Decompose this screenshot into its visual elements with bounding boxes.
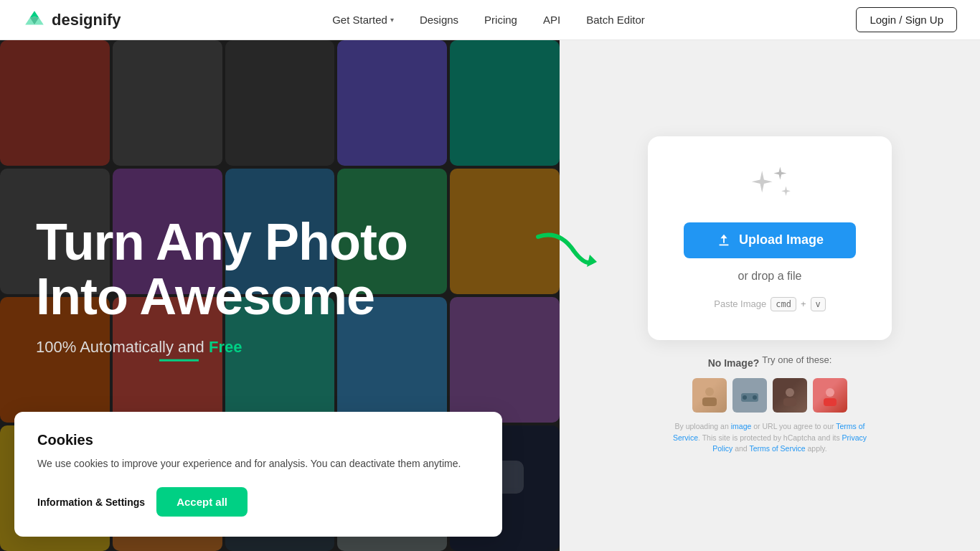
paste-row: Paste Image cmd + v	[714, 297, 826, 311]
cmd-key: cmd	[771, 297, 796, 311]
cookie-banner: Cookies We use cookies to improve your e…	[14, 412, 502, 537]
hero-content: Turn Any Photo Into Awesome 100% Automat…	[36, 215, 407, 362]
legal-text: By uploading an image or URL you agree t…	[662, 421, 877, 455]
hero-subtitle: 100% Automatically and Free	[36, 338, 407, 362]
svg-rect-6	[702, 397, 717, 406]
svg-rect-11	[783, 398, 796, 406]
upload-button[interactable]: Upload Image	[684, 222, 856, 258]
nav-pricing[interactable]: Pricing	[484, 14, 517, 26]
logo-text: designify	[52, 11, 121, 29]
no-image-section: No Image? Try one of these:	[692, 354, 847, 413]
nav-designs[interactable]: Designs	[420, 14, 458, 26]
cookie-settings-button[interactable]: Information & Settings	[37, 496, 145, 508]
no-image-sub: Try one of these:	[762, 354, 831, 365]
sample-thumb-3[interactable]	[773, 378, 807, 413]
no-image-label: No Image?	[708, 357, 760, 369]
cookie-accept-button[interactable]: Accept all	[156, 487, 248, 517]
legal-image-link[interactable]: image	[731, 422, 752, 430]
logo[interactable]: designify	[23, 9, 121, 32]
svg-point-10	[786, 388, 794, 397]
legal-tos2-link[interactable]: Terms of Service	[749, 444, 805, 453]
chevron-down-icon: ▾	[390, 16, 394, 24]
login-button[interactable]: Login / Sign Up	[856, 7, 957, 32]
sparkle-icon	[744, 165, 796, 208]
hero-title: Turn Any Photo Into Awesome	[36, 215, 407, 324]
nav-api[interactable]: API	[543, 14, 560, 26]
cookie-description: We use cookies to improve your experienc…	[37, 456, 479, 471]
svg-point-8	[743, 395, 747, 400]
drop-text: or drop a file	[738, 270, 802, 283]
navbar: designify Get Started ▾ Designs Pricing …	[0, 0, 980, 40]
cookie-title: Cookies	[37, 432, 479, 448]
svg-point-12	[826, 388, 834, 397]
logo-icon	[23, 9, 46, 32]
sample-thumb-1[interactable]	[692, 378, 727, 413]
free-underline	[159, 359, 199, 362]
sample-thumb-2[interactable]	[732, 378, 767, 413]
sample-images	[692, 378, 847, 413]
paste-label: Paste Image	[714, 298, 766, 309]
svg-point-5	[705, 387, 714, 396]
sample-thumb-4[interactable]	[813, 378, 847, 413]
nav-get-started[interactable]: Get Started ▾	[332, 14, 394, 26]
legal-tos-link[interactable]: Terms of Service	[673, 422, 865, 442]
plus-icon: +	[801, 298, 806, 309]
svg-point-9	[753, 395, 757, 400]
cookie-actions: Information & Settings Accept all	[37, 487, 479, 517]
nav-batch-editor[interactable]: Batch Editor	[586, 14, 645, 26]
right-panel: Upload Image or drop a file Paste Image …	[560, 40, 980, 551]
nav-links: Get Started ▾ Designs Pricing API Batch …	[332, 14, 645, 26]
svg-rect-13	[824, 398, 837, 406]
upload-icon	[716, 232, 732, 248]
upload-card: Upload Image or drop a file Paste Image …	[648, 136, 892, 340]
v-key: v	[811, 297, 826, 311]
